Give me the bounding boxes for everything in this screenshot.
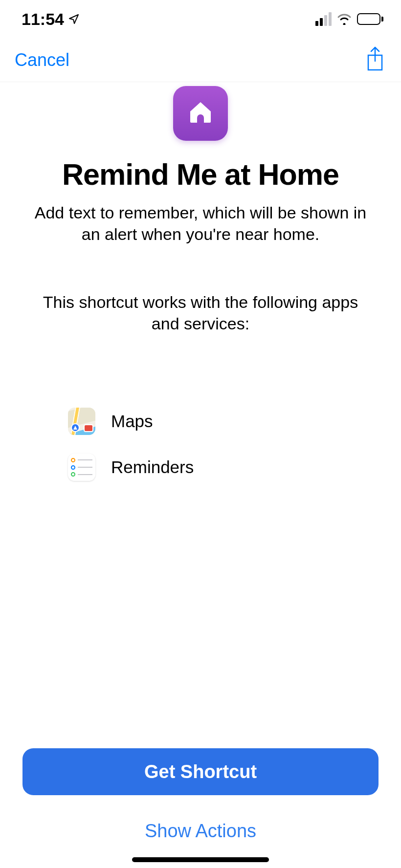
share-button[interactable] bbox=[364, 46, 386, 74]
status-indicators bbox=[315, 12, 383, 26]
home-indicator[interactable] bbox=[132, 857, 269, 862]
shortcut-description: Add text to remember, which will be show… bbox=[22, 202, 379, 245]
home-icon bbox=[186, 98, 215, 129]
main-content: Remind Me at Home Add text to remember, … bbox=[0, 86, 401, 481]
cellular-icon bbox=[315, 12, 332, 26]
app-label: Reminders bbox=[111, 457, 194, 477]
reminders-icon bbox=[68, 454, 95, 481]
status-time: 11:54 bbox=[22, 10, 64, 29]
status-bar: 11:54 bbox=[0, 0, 401, 38]
app-label: Maps bbox=[111, 412, 153, 431]
location-icon bbox=[68, 10, 80, 29]
cancel-button[interactable]: Cancel bbox=[15, 50, 69, 70]
share-icon bbox=[365, 46, 385, 73]
shortcut-title: Remind Me at Home bbox=[22, 157, 379, 192]
bottom-actions: Get Shortcut Show Actions bbox=[0, 748, 401, 846]
shortcut-icon bbox=[173, 86, 228, 141]
status-time-area: 11:54 bbox=[22, 10, 80, 29]
navigation-bar: Cancel bbox=[0, 38, 401, 82]
app-row-maps: Maps bbox=[68, 408, 379, 435]
apps-list: Maps Reminders bbox=[22, 408, 379, 481]
get-shortcut-button[interactable]: Get Shortcut bbox=[22, 748, 379, 795]
shortcut-icon-container bbox=[22, 86, 379, 141]
battery-icon bbox=[357, 13, 383, 25]
app-row-reminders: Reminders bbox=[68, 454, 379, 481]
wifi-icon bbox=[336, 13, 352, 25]
show-actions-button[interactable]: Show Actions bbox=[22, 817, 379, 846]
maps-icon bbox=[68, 408, 95, 435]
works-with-label: This shortcut works with the following a… bbox=[22, 292, 379, 334]
